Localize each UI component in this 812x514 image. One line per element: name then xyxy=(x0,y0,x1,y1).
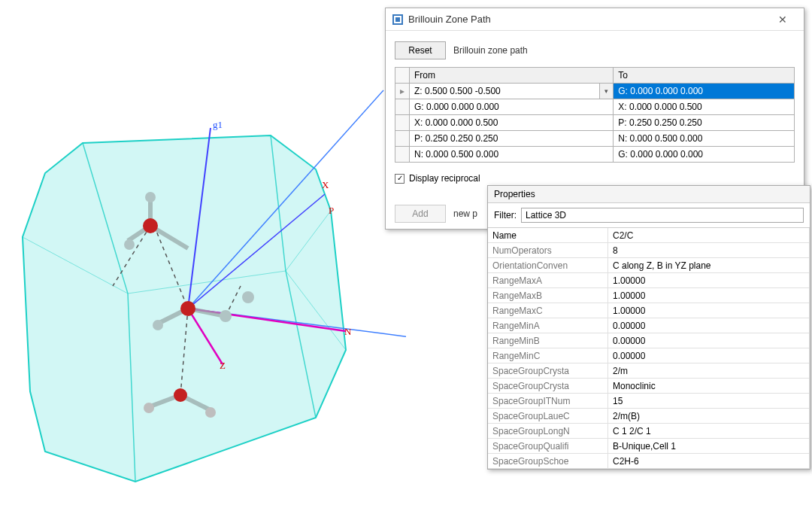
property-value[interactable]: 0.00000 xyxy=(608,348,810,363)
property-key[interactable]: SpaceGroupITNum xyxy=(488,394,608,409)
property-key[interactable]: RangeMaxA xyxy=(488,273,608,288)
col-from[interactable]: From xyxy=(410,68,614,84)
svg-rect-29 xyxy=(395,17,400,22)
property-key[interactable]: RangeMinB xyxy=(488,333,608,348)
3d-viewport[interactable]: g1 g2 X P N Z xyxy=(0,0,406,514)
display-reciprocal-checkbox[interactable]: ✓ xyxy=(395,174,404,184)
svg-point-22 xyxy=(145,192,156,202)
to-cell[interactable]: P: 0.250 0.250 0.250 xyxy=(614,115,795,131)
add-button[interactable]: Add xyxy=(395,205,446,223)
to-cell[interactable]: G: 0.000 0.000 0.000 xyxy=(614,84,795,99)
property-key[interactable]: SpaceGroupCrysta xyxy=(488,379,608,394)
table-row[interactable]: G: 0.000 0.000 0.000X: 0.000 0.000 0.500 xyxy=(395,99,795,115)
svg-point-23 xyxy=(220,310,232,322)
from-cell[interactable]: N: 0.000 0.500 0.000 xyxy=(410,147,614,163)
property-key[interactable]: NumOperators xyxy=(488,243,608,258)
svg-point-27 xyxy=(242,291,254,303)
property-value[interactable]: 1.00000 xyxy=(608,288,810,303)
property-key[interactable]: SpaceGroupQualifi xyxy=(488,439,608,454)
property-key[interactable]: SpaceGroupSchoe xyxy=(488,454,608,469)
properties-header[interactable]: Properties xyxy=(488,186,810,203)
property-key[interactable]: OrientationConven xyxy=(488,258,608,273)
svg-point-26 xyxy=(144,403,154,413)
table-row[interactable]: P: 0.250 0.250 0.250N: 0.000 0.500 0.000 xyxy=(395,131,795,147)
property-value[interactable]: Monoclinic xyxy=(608,379,810,394)
property-value[interactable]: C2/C xyxy=(608,228,810,243)
label-z: Z xyxy=(220,360,226,371)
dropdown-caret-icon[interactable]: ▾ xyxy=(599,84,613,99)
row-handle[interactable] xyxy=(395,115,410,131)
filter-label: Filter: xyxy=(494,210,517,221)
properties-panel: Properties Filter: NameC2/CNumOperators8… xyxy=(487,185,810,470)
property-value[interactable]: 2/m(B) xyxy=(608,409,810,424)
table-row[interactable]: X: 0.000 0.000 0.500P: 0.250 0.250 0.250 xyxy=(395,115,795,131)
to-cell[interactable]: X: 0.000 0.000 0.500 xyxy=(614,99,795,115)
svg-point-18 xyxy=(143,218,158,233)
to-cell[interactable]: N: 0.000 0.500 0.000 xyxy=(614,131,795,147)
row-handle[interactable] xyxy=(395,131,410,147)
from-cell[interactable]: G: 0.000 0.000 0.000 xyxy=(410,99,614,115)
property-value[interactable]: 15 xyxy=(608,394,810,409)
property-value[interactable]: 1.00000 xyxy=(608,273,810,288)
from-cell[interactable]: Z: 0.500 0.500 -0.500▾ xyxy=(410,84,614,99)
property-key[interactable]: SpaceGroupLongN xyxy=(488,424,608,439)
table-row[interactable]: N: 0.000 0.500 0.000G: 0.000 0.000 0.000 xyxy=(395,147,795,163)
from-cell[interactable]: P: 0.250 0.250 0.250 xyxy=(410,131,614,147)
new-label: new p xyxy=(453,208,477,219)
property-value[interactable]: B-Unique,Cell 1 xyxy=(608,439,810,454)
label-g1: g1 xyxy=(213,119,223,130)
svg-point-24 xyxy=(153,320,163,330)
property-value[interactable]: 0.00000 xyxy=(608,318,810,333)
property-value[interactable]: C along Z, B in YZ plane xyxy=(608,258,810,273)
app-icon xyxy=(392,14,404,26)
property-key[interactable]: RangeMaxB xyxy=(488,288,608,303)
property-value[interactable]: 0.00000 xyxy=(608,333,810,348)
svg-point-19 xyxy=(180,301,195,316)
dialog-title: Brillouin Zone Path xyxy=(408,14,491,25)
from-cell[interactable]: X: 0.000 0.000 0.500 xyxy=(410,115,614,131)
row-handle-header xyxy=(395,68,410,84)
row-handle[interactable] xyxy=(395,99,410,115)
row-handle[interactable] xyxy=(395,147,410,163)
bz-path-table[interactable]: From To ▸Z: 0.500 0.500 -0.500▾G: 0.000 … xyxy=(395,67,795,163)
property-value[interactable]: 8 xyxy=(608,243,810,258)
property-value[interactable]: C 1 2/C 1 xyxy=(608,424,810,439)
label-p: P xyxy=(329,205,334,216)
close-icon: ✕ xyxy=(778,14,787,26)
property-value[interactable]: 1.00000 xyxy=(608,303,810,318)
display-reciprocal-label: Display reciprocal xyxy=(409,173,480,184)
dialog-titlebar[interactable]: Brillouin Zone Path ✕ xyxy=(386,8,804,31)
svg-point-21 xyxy=(124,239,135,250)
property-key[interactable]: Name xyxy=(488,228,608,243)
property-key[interactable]: RangeMaxC xyxy=(488,303,608,318)
col-to[interactable]: To xyxy=(614,68,795,84)
row-handle[interactable]: ▸ xyxy=(395,84,410,99)
path-label: Brillouin zone path xyxy=(453,45,528,56)
property-key[interactable]: RangeMinC xyxy=(488,348,608,363)
property-value[interactable]: C2H-6 xyxy=(608,454,810,469)
reset-button[interactable]: Reset xyxy=(395,41,446,59)
label-x: X xyxy=(322,179,329,190)
to-cell[interactable]: G: 0.000 0.000 0.000 xyxy=(614,147,795,163)
property-key[interactable]: SpaceGroupCrysta xyxy=(488,363,608,379)
svg-point-25 xyxy=(205,407,216,418)
table-row[interactable]: ▸Z: 0.500 0.500 -0.500▾G: 0.000 0.000 0.… xyxy=(395,84,795,99)
property-value[interactable]: 2/m xyxy=(608,363,810,379)
property-key[interactable]: SpaceGroupLaueC xyxy=(488,409,608,424)
property-key[interactable]: RangeMinA xyxy=(488,318,608,333)
svg-point-20 xyxy=(174,388,187,402)
filter-input[interactable] xyxy=(521,208,804,223)
label-n: N xyxy=(344,326,352,337)
property-grid[interactable]: NameC2/CNumOperators8OrientationConvenC … xyxy=(488,227,810,469)
close-button[interactable]: ✕ xyxy=(768,9,798,30)
